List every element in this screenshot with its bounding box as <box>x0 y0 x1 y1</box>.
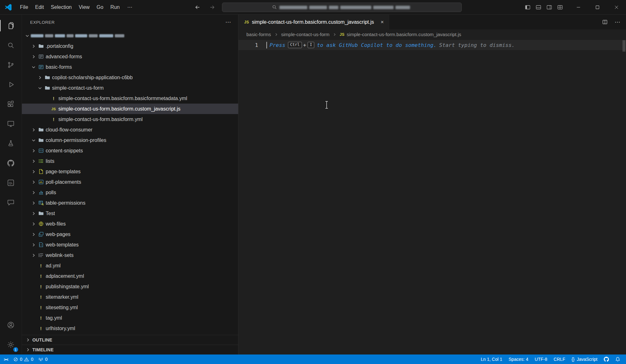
toggle-panel-icon[interactable] <box>535 4 542 10</box>
chevron-right-icon[interactable] <box>30 241 37 248</box>
tree-item-weblink-sets[interactable]: weblink-sets <box>22 250 238 260</box>
chevron-right-icon[interactable] <box>30 158 37 165</box>
chevron-right-icon[interactable] <box>30 200 37 207</box>
chevron-right-icon[interactable] <box>30 220 37 227</box>
tree-item-sitesetting.yml[interactable]: !sitesetting.yml <box>22 302 238 313</box>
navigate-forward-icon[interactable] <box>207 3 217 12</box>
tree-item-page-templates[interactable]: page-templates <box>22 166 238 177</box>
timeline-section[interactable]: TIMELINE <box>22 345 238 354</box>
remote-indicator[interactable]: >< <box>0 354 11 364</box>
chevron-right-icon[interactable] <box>30 252 37 259</box>
eol-setting[interactable]: CRLF <box>551 354 569 364</box>
tree-item-.portalconfig[interactable]: .portalconfig <box>22 41 238 51</box>
activity-remote-explorer-icon[interactable] <box>0 114 22 134</box>
activity-github-icon[interactable] <box>0 153 22 173</box>
tree-item-web-templates[interactable]: web-templates <box>22 239 238 250</box>
problems-indicator[interactable]: 0 0 <box>11 354 36 364</box>
menu-run[interactable]: Run <box>107 3 123 12</box>
activity-explorer-icon[interactable] <box>0 16 22 35</box>
encoding-setting[interactable]: UTF-8 <box>531 354 551 364</box>
toggle-sidebar-icon[interactable] <box>525 4 531 10</box>
activity-power-platform-icon[interactable] <box>0 134 22 153</box>
chevron-right-icon[interactable] <box>30 147 37 154</box>
activity-extensions-icon[interactable] <box>0 94 22 114</box>
tree-item-publishingstate.yml[interactable]: !publishingstate.yml <box>22 281 238 292</box>
command-center-search[interactable] <box>222 3 462 12</box>
tree-item-sitemarker.yml[interactable]: !sitemarker.yml <box>22 292 238 302</box>
chevron-right-icon[interactable] <box>30 43 37 50</box>
notifications-bell-icon[interactable] <box>612 354 623 364</box>
outline-section[interactable]: OUTLINE <box>22 335 238 345</box>
tree-item-content-snippets[interactable]: content-snippets <box>22 145 238 156</box>
tab-close-icon[interactable]: × <box>381 19 384 25</box>
tree-item-copilot-scholarship-application-c6bb[interactable]: copilot-scholarship-application-c6bb <box>22 72 238 83</box>
customize-layout-icon[interactable] <box>557 4 563 10</box>
tree-item-web-files[interactable]: web-files <box>22 219 238 229</box>
activity-comments-icon[interactable] <box>0 193 22 212</box>
tree-root-folder[interactable] <box>22 30 238 41</box>
github-status-icon[interactable] <box>601 354 612 364</box>
tree-item-polls[interactable]: polls <box>22 187 238 198</box>
indentation-setting[interactable]: Spaces: 4 <box>505 354 531 364</box>
activity-search-icon[interactable] <box>0 35 22 55</box>
activity-codeql-icon[interactable]: QL <box>0 173 22 193</box>
split-editor-icon[interactable] <box>602 19 608 25</box>
menu-go[interactable]: Go <box>93 3 107 12</box>
chevron-right-icon[interactable] <box>30 126 37 133</box>
chevron-right-icon[interactable] <box>30 210 37 217</box>
chevron-down-icon[interactable] <box>30 137 37 144</box>
menu-overflow[interactable]: ⋯ <box>124 3 136 12</box>
tree-item-tag.yml[interactable]: !tag.yml <box>22 313 238 323</box>
tab-custom-javascript[interactable]: JS simple-contact-us-form.basicform.cust… <box>238 15 389 29</box>
chevron-right-icon[interactable] <box>30 231 37 238</box>
tree-item-adplacement.yml[interactable]: !adplacement.yml <box>22 271 238 281</box>
cursor-position[interactable]: Ln 1, Col 1 <box>478 354 505 364</box>
code-editor[interactable]: 1 Press Ctrl + I to ask GitHub Copilot t… <box>238 39 626 354</box>
toggle-secondary-sidebar-icon[interactable] <box>546 4 552 10</box>
breadcrumb-item[interactable]: simple-contact-us-form <box>281 32 330 37</box>
tree-item-simple-contact-us-form[interactable]: simple-contact-us-form <box>22 83 238 93</box>
tree-item-simple-contact-us-form.basicform.custom_javascript.js[interactable]: JSsimple-contact-us-form.basicform.custo… <box>22 104 238 114</box>
chevron-down-icon[interactable] <box>36 85 43 92</box>
tree-item-Test[interactable]: Test <box>22 208 238 219</box>
tree-item-simple-contact-us-form.basicform.basicformmetadata.yml[interactable]: !simple-contact-us-form.basicform.basicf… <box>22 93 238 104</box>
tree-item-column-permission-profiles[interactable]: column-permission-profiles <box>22 135 238 145</box>
activity-accounts-icon[interactable] <box>0 315 22 335</box>
chevron-right-icon[interactable] <box>36 74 43 81</box>
tree-item-basic-forms[interactable]: basic-forms <box>22 62 238 72</box>
minimize-button[interactable] <box>569 0 588 15</box>
tree-item-urlhistory.yml[interactable]: !urlhistory.yml <box>22 323 238 334</box>
activity-source-control-icon[interactable] <box>0 55 22 75</box>
tree-item-poll-placements[interactable]: poll-placements <box>22 177 238 187</box>
tree-item-advanced-forms[interactable]: advanced-forms <box>22 51 238 62</box>
menu-edit[interactable]: Edit <box>32 3 48 12</box>
language-mode[interactable]: {} JavaScript <box>568 354 601 364</box>
chevron-right-icon[interactable] <box>30 189 37 196</box>
tree-item-ad.yml[interactable]: !ad.yml <box>22 260 238 271</box>
explorer-more-actions-icon[interactable]: ⋯ <box>225 19 231 26</box>
editor-more-actions-icon[interactable]: ⋯ <box>615 19 620 26</box>
chevron-down-icon[interactable] <box>24 32 31 39</box>
tree-item-lists[interactable]: lists <box>22 156 238 166</box>
breadcrumb-item[interactable]: basic-forms <box>246 32 271 37</box>
tree-item-table-permissions[interactable]: table-permissions <box>22 198 238 208</box>
maximize-button[interactable] <box>588 0 607 15</box>
menu-view[interactable]: View <box>75 3 93 12</box>
breadcrumb-item[interactable]: JSsimple-contact-us-form.basicform.custo… <box>340 32 461 37</box>
menu-selection[interactable]: Selection <box>47 3 75 12</box>
chevron-right-icon[interactable] <box>30 168 37 175</box>
chevron-right-icon[interactable] <box>30 53 37 60</box>
menu-file[interactable]: File <box>16 3 32 12</box>
ports-indicator[interactable]: 0 <box>36 354 50 364</box>
tree-item-label: copilot-scholarship-application-c6bb <box>51 75 133 80</box>
tree-item-web-pages[interactable]: web-pages <box>22 229 238 239</box>
activity-run-debug-icon[interactable] <box>0 75 22 94</box>
activity-settings-icon[interactable]: 1 <box>0 335 22 354</box>
tree-item-simple-contact-us-form.basicform.yml[interactable]: !simple-contact-us-form.basicform.yml <box>22 114 238 125</box>
editor-scrollbar[interactable] <box>623 40 625 52</box>
chevron-down-icon[interactable] <box>30 64 37 71</box>
chevron-right-icon[interactable] <box>30 179 37 186</box>
close-button[interactable] <box>607 0 626 15</box>
tree-item-cloud-flow-consumer[interactable]: cloud-flow-consumer <box>22 125 238 135</box>
navigate-back-icon[interactable] <box>193 3 202 12</box>
